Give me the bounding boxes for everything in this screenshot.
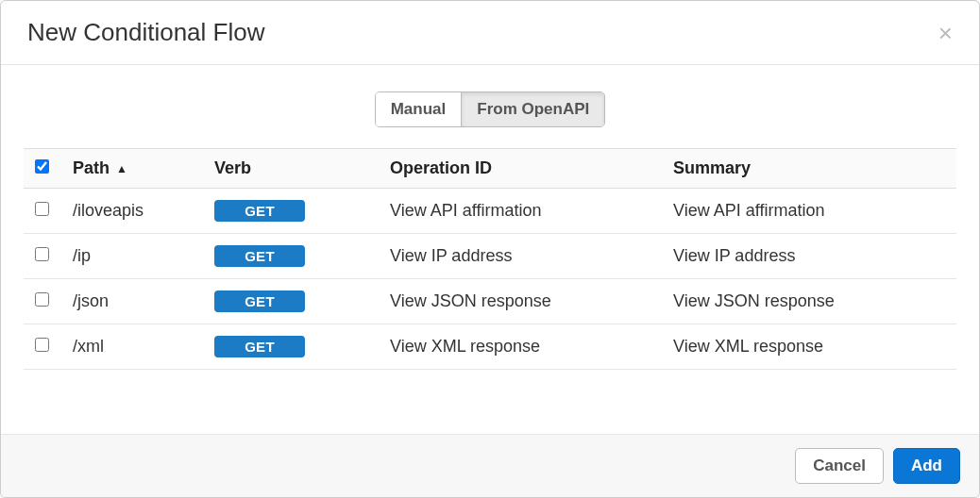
- cell-operation-id: View JSON response: [382, 279, 666, 324]
- table-row: /iloveapis GET View API affirmation View…: [24, 189, 956, 234]
- table-body: /iloveapis GET View API affirmation View…: [24, 189, 956, 370]
- operations-table: Path ▲ Verb Operation ID Summary /ilovea…: [24, 148, 956, 370]
- row-checkbox[interactable]: [35, 338, 49, 352]
- row-checkbox[interactable]: [35, 202, 49, 216]
- table-header-row: Path ▲ Verb Operation ID Summary: [24, 149, 956, 189]
- header-verb[interactable]: Verb: [207, 149, 382, 189]
- verb-badge: GET: [214, 336, 305, 357]
- row-checkbox[interactable]: [35, 292, 49, 307]
- header-operation-id[interactable]: Operation ID: [382, 149, 666, 189]
- modal-header: New Conditional Flow ×: [1, 1, 979, 65]
- source-toggle: Manual From OpenAPI: [24, 91, 956, 127]
- row-checkbox[interactable]: [35, 247, 49, 261]
- header-path[interactable]: Path ▲: [65, 149, 207, 189]
- tab-from-openapi[interactable]: From OpenAPI: [462, 92, 604, 126]
- cell-summary: View JSON response: [666, 279, 956, 324]
- cancel-button[interactable]: Cancel: [795, 448, 884, 484]
- table-row: /xml GET View XML response View XML resp…: [24, 324, 956, 370]
- table-row: /ip GET View IP address View IP address: [24, 234, 956, 279]
- cell-summary: View IP address: [666, 234, 956, 279]
- table-row: /json GET View JSON response View JSON r…: [24, 279, 956, 324]
- cell-operation-id: View API affirmation: [382, 189, 666, 234]
- verb-badge: GET: [214, 245, 305, 267]
- sort-ascending-icon: ▲: [116, 162, 127, 175]
- cell-path: /json: [65, 279, 207, 324]
- modal-body: Manual From OpenAPI Path ▲ Verb Operatio…: [1, 65, 979, 434]
- cell-operation-id: View XML response: [382, 324, 666, 370]
- tab-manual[interactable]: Manual: [376, 92, 463, 126]
- add-button[interactable]: Add: [893, 448, 960, 484]
- toggle-group: Manual From OpenAPI: [375, 91, 606, 127]
- cell-path: /xml: [65, 324, 207, 370]
- cell-summary: View XML response: [666, 324, 956, 370]
- new-conditional-flow-modal: New Conditional Flow × Manual From OpenA…: [0, 0, 980, 498]
- verb-badge: GET: [214, 200, 305, 222]
- close-icon[interactable]: ×: [938, 21, 953, 45]
- modal-title: New Conditional Flow: [27, 18, 264, 47]
- select-all-checkbox[interactable]: [35, 159, 49, 174]
- verb-badge: GET: [214, 290, 305, 312]
- header-select-all: [24, 149, 65, 189]
- header-path-label: Path: [73, 158, 110, 177]
- cell-path: /iloveapis: [65, 189, 207, 234]
- modal-footer: Cancel Add: [1, 434, 979, 497]
- header-summary[interactable]: Summary: [666, 149, 956, 189]
- cell-path: /ip: [65, 234, 207, 279]
- cell-summary: View API affirmation: [666, 189, 956, 234]
- cell-operation-id: View IP address: [382, 234, 666, 279]
